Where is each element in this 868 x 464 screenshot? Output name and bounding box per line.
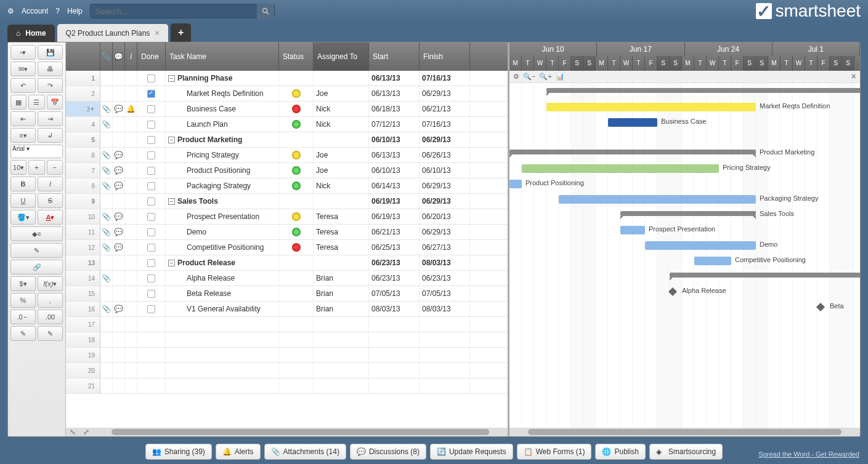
help-link[interactable]: Help bbox=[67, 7, 83, 15]
cal-view-button[interactable]: 📅 bbox=[47, 95, 63, 110]
dec-font-button[interactable]: − bbox=[47, 160, 63, 175]
percent-button[interactable]: % bbox=[10, 293, 36, 308]
table-row[interactable]: 1−Planning Phase06/13/1307/16/13 bbox=[66, 71, 508, 86]
fill-button[interactable]: 🪣▾ bbox=[10, 210, 36, 225]
currency-button[interactable]: $▾ bbox=[10, 276, 36, 291]
table-row[interactable]: 16📎💬V1 General AvailabilityBrian08/03/13… bbox=[66, 302, 508, 317]
info-icon[interactable]: i bbox=[125, 42, 137, 71]
h-scrollbar[interactable]: ⤡ ⤢ bbox=[66, 428, 508, 436]
alerts-button[interactable]: 🔔Alerts bbox=[216, 444, 261, 460]
col-done[interactable]: Done bbox=[137, 42, 166, 71]
table-row[interactable]: 12📎💬Competitive PositioningTeresa06/25/1… bbox=[66, 240, 508, 255]
redo-button[interactable]: ↷ bbox=[38, 78, 63, 93]
update-requests-button[interactable]: 🔄Update Requests bbox=[430, 444, 513, 460]
font-select[interactable]: Arial ▾ bbox=[10, 145, 63, 158]
grid-view-button[interactable]: ▦ bbox=[10, 95, 26, 110]
comma-button[interactable]: , bbox=[38, 293, 63, 308]
col-task[interactable]: Task Name bbox=[166, 42, 279, 71]
gear-icon: ⚙ bbox=[7, 7, 14, 15]
textcolor-button[interactable]: A▾ bbox=[38, 210, 63, 225]
cube-icon: ◈ bbox=[656, 447, 665, 456]
close-icon[interactable]: ✕ bbox=[851, 73, 856, 81]
discussion-icon[interactable]: 💬 bbox=[113, 42, 125, 71]
discussions-button[interactable]: 💬Discussions (8) bbox=[350, 444, 426, 460]
workspace: ▫▾💾 ✉▾🖶 ↶↷ ▦☰📅 ⇤⇥ ≡▾↲ Arial ▾ 10▾+− BI U… bbox=[7, 42, 861, 437]
table-row[interactable]: 4📎Launch PlanNick07/12/1307/16/13 bbox=[66, 117, 508, 132]
search-icon bbox=[262, 7, 269, 15]
attach-icon[interactable]: 📎 bbox=[100, 42, 113, 71]
table-row[interactable]: 20 bbox=[66, 363, 508, 378]
table-row[interactable]: 10📎💬Prospect PresentationTeresa06/19/130… bbox=[66, 209, 508, 225]
clear-fmt-button[interactable]: ✎ bbox=[10, 326, 36, 341]
refresh-icon: 🔄 bbox=[437, 447, 445, 456]
cond-format-button[interactable]: ◆≡ bbox=[10, 226, 63, 241]
zoom-in-icon[interactable]: 🔍+ bbox=[539, 73, 551, 81]
web-forms-button[interactable]: 📋Web Forms (1) bbox=[517, 444, 592, 460]
table-row[interactable]: 21 bbox=[66, 378, 508, 394]
grid-body[interactable]: 1−Planning Phase06/13/1307/16/132Market … bbox=[66, 71, 508, 428]
paint-fmt-button[interactable]: ✎ bbox=[38, 326, 63, 341]
gantt-scrollbar[interactable] bbox=[509, 428, 860, 436]
tab-home[interactable]: ⌂ Home bbox=[7, 25, 55, 42]
sharing-button[interactable]: 👥Sharing (39) bbox=[145, 444, 212, 460]
table-row[interactable]: 6📎💬Pricing StrategyJoe06/13/1306/26/13 bbox=[66, 148, 508, 163]
table-row[interactable]: 3 ▼📎💬🔔Business CaseNick06/18/1306/21/13 bbox=[66, 102, 508, 117]
chart-icon[interactable]: 📊 bbox=[556, 73, 564, 81]
table-row[interactable]: 18 bbox=[66, 332, 508, 348]
grid-pane: 📎 💬 i Done Task Name Status Assigned To … bbox=[66, 42, 509, 436]
bold-button[interactable]: B bbox=[10, 177, 36, 191]
save-button[interactable]: 💾 bbox=[38, 45, 63, 60]
underline-button[interactable]: U bbox=[10, 193, 36, 208]
col-status[interactable]: Status bbox=[279, 42, 314, 71]
strike-button[interactable]: S bbox=[38, 193, 63, 208]
account-link[interactable]: Account bbox=[22, 7, 48, 15]
tab-add[interactable]: + bbox=[171, 23, 191, 42]
table-row[interactable]: 7📎💬Product PositioningJoe06/10/1306/10/1… bbox=[66, 163, 508, 178]
italic-button[interactable]: I bbox=[38, 177, 63, 191]
table-row[interactable]: 8📎💬Packaging StrategyNick06/14/1306/29/1… bbox=[66, 178, 508, 194]
outdent-button[interactable]: ⇤ bbox=[10, 111, 36, 126]
align-button[interactable]: ≡▾ bbox=[10, 128, 36, 143]
table-row[interactable]: 9−Sales Tools06/19/1306/29/13 bbox=[66, 194, 508, 209]
mail-button[interactable]: ✉▾ bbox=[10, 62, 36, 76]
table-row[interactable]: 11📎💬DemoTeresa06/21/1306/29/13 bbox=[66, 225, 508, 240]
gear-icon[interactable]: ⚙ bbox=[513, 73, 519, 81]
col-assigned[interactable]: Assigned To bbox=[314, 42, 369, 71]
table-row[interactable]: 19 bbox=[66, 348, 508, 363]
indent-button[interactable]: ⇥ bbox=[38, 111, 63, 126]
footer-link[interactable]: Spread the Word - Get Rewarded bbox=[758, 450, 859, 458]
print-button[interactable]: 🖶 bbox=[38, 62, 63, 76]
status-bar: 👥Sharing (39) 🔔Alerts 📎Attachments (14) … bbox=[7, 442, 861, 462]
gantt-view-button[interactable]: ☰ bbox=[28, 95, 44, 110]
new-button[interactable]: ▫▾ bbox=[10, 45, 36, 60]
link-button[interactable]: 🔗 bbox=[10, 260, 63, 274]
table-row[interactable]: 14📎Alpha ReleaseBrian06/23/1306/23/13 bbox=[66, 271, 508, 286]
table-row[interactable]: 15Beta ReleaseBrian07/05/1307/05/13 bbox=[66, 286, 508, 302]
fontsize-select[interactable]: 10▾ bbox=[10, 160, 26, 175]
collapse-icon[interactable]: ⤡ bbox=[66, 428, 79, 436]
search-input[interactable] bbox=[91, 7, 257, 16]
expand-icon[interactable]: ⤢ bbox=[79, 428, 93, 436]
smartsourcing-button[interactable]: ◈Smartsourcing bbox=[649, 444, 723, 460]
zoom-out-icon[interactable]: 🔍− bbox=[523, 73, 535, 81]
close-icon[interactable]: × bbox=[155, 28, 160, 38]
publish-button[interactable]: 🌐Publish bbox=[595, 444, 645, 460]
dec-dec-button[interactable]: .0← bbox=[10, 310, 36, 324]
gantt-body[interactable]: Market Reqts DefinitionBusiness CaseProd… bbox=[509, 83, 860, 428]
table-row[interactable]: 17 bbox=[66, 317, 508, 332]
undo-button[interactable]: ↶ bbox=[10, 78, 36, 93]
table-row[interactable]: 5−Product Marketing06/10/1306/29/13 bbox=[66, 132, 508, 148]
search-button[interactable] bbox=[257, 4, 274, 18]
highlight-button[interactable]: ✎ bbox=[10, 243, 63, 258]
table-row[interactable]: 13−Product Release06/23/1308/03/13 bbox=[66, 255, 508, 271]
home-icon: ⌂ bbox=[16, 29, 20, 38]
tab-sheet[interactable]: Q2 Product Launch Plans × bbox=[57, 24, 168, 42]
inc-font-button[interactable]: + bbox=[28, 160, 44, 175]
inc-dec-button[interactable]: .00 bbox=[38, 310, 63, 324]
col-start[interactable]: Start bbox=[369, 42, 420, 71]
col-finish[interactable]: Finish bbox=[420, 42, 470, 71]
table-row[interactable]: 2Market Reqts DefinitionJoe06/13/1306/29… bbox=[66, 86, 508, 102]
wrap-button[interactable]: ↲ bbox=[38, 128, 63, 143]
formula-button[interactable]: f(x)▾ bbox=[38, 276, 63, 291]
attachments-button[interactable]: 📎Attachments (14) bbox=[264, 444, 346, 460]
